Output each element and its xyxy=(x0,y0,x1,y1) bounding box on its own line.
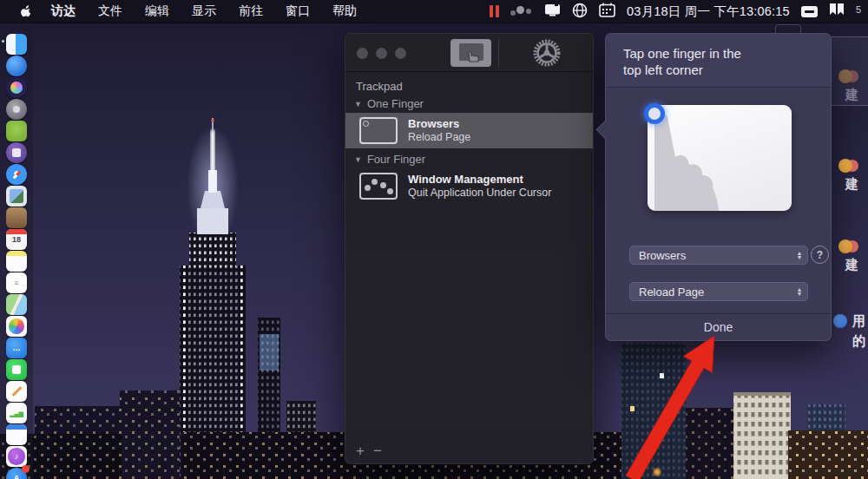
gesture-config-window: Trackpad ▼ One Finger Browsers Reload Pa… xyxy=(345,33,594,464)
dock-messages-icon[interactable]: … xyxy=(6,338,27,358)
preview-inner-shape xyxy=(10,189,23,203)
disk-utility-inner-shape xyxy=(12,148,21,157)
dock-finder-icon[interactable] xyxy=(6,34,27,55)
menu-item-3[interactable]: 显示 xyxy=(192,3,216,19)
dock-reminders-icon[interactable]: ≡ xyxy=(6,272,27,293)
toolbar-separator xyxy=(498,39,499,67)
dock-launchpad-icon[interactable] xyxy=(6,99,27,120)
dock-browser-globe-icon[interactable] xyxy=(6,56,27,76)
section-one-finger[interactable]: ▼ One Finger xyxy=(354,97,584,110)
blue-bullet-icon xyxy=(833,314,847,328)
menu-item-1[interactable]: 文件 xyxy=(98,3,122,19)
dock-notes-icon[interactable] xyxy=(6,251,27,272)
menu-left: 访达文件编辑显示前往窗口帮助 xyxy=(0,3,357,19)
dock-pages-icon[interactable] xyxy=(6,381,27,402)
input-source-icon[interactable] xyxy=(801,6,818,17)
note-text: 建 xyxy=(845,257,868,273)
orange-bullet-icon xyxy=(838,159,852,173)
bettertouchtool-icon[interactable] xyxy=(510,4,533,18)
dock-android-icon[interactable] xyxy=(6,121,27,141)
note-text: 的 xyxy=(852,333,865,350)
action-group-select[interactable]: Browsers ▲▼ xyxy=(629,246,808,265)
action-select[interactable]: Reload Page ▲▼ xyxy=(629,282,808,301)
gesture-subtitle: Quit Application Under Cursor xyxy=(408,187,551,200)
gesture-list: Trackpad ▼ One Finger Browsers Reload Pa… xyxy=(345,80,593,204)
dock-appstore-icon[interactable]: A xyxy=(6,468,27,479)
corner-count-badge: 5 xyxy=(856,4,861,15)
numbers-glyph: ▂▄▆ xyxy=(10,410,23,417)
settings-gear-button[interactable] xyxy=(529,36,564,70)
clock-date-text[interactable]: 03月18日 周一 下午13:06:15 xyxy=(627,3,790,20)
minimize-traffic-light[interactable] xyxy=(376,48,387,59)
gesture-row-window-management[interactable]: Window Management Quit Application Under… xyxy=(345,168,593,204)
disclosure-triangle-icon[interactable]: ▼ xyxy=(354,155,362,164)
gesture-title: Window Management xyxy=(408,173,551,187)
trackpad-illustration xyxy=(648,105,792,211)
dock: 18≡…▂▄▆♪A xyxy=(0,23,33,479)
dock-photos-icon[interactable] xyxy=(6,316,27,337)
dock-numbers-icon[interactable]: ▂▄▆ xyxy=(6,403,27,423)
note-item-3: 建 xyxy=(838,240,868,273)
display-icon[interactable] xyxy=(544,3,561,20)
pause-status-icon[interactable] xyxy=(490,5,499,17)
device-label: Trackpad xyxy=(356,80,582,93)
note-text: 用 xyxy=(852,314,865,328)
dock-safari-icon[interactable] xyxy=(6,164,27,185)
apple-menu-icon[interactable] xyxy=(19,4,32,19)
keynote-inner-shape xyxy=(6,424,27,430)
dock-facetime-icon[interactable] xyxy=(6,359,27,380)
select-stepper-icon: ▲▼ xyxy=(792,246,807,264)
done-button[interactable]: Done xyxy=(606,313,831,340)
dock-contacts-book-icon[interactable] xyxy=(6,207,27,228)
zoom-traffic-light[interactable] xyxy=(395,48,406,59)
section-four-finger[interactable]: ▼ Four Finger xyxy=(354,153,584,166)
four-finger-tap-icon xyxy=(359,173,398,200)
gesture-subtitle: Reload Page xyxy=(408,131,470,144)
selected-group: Browsers xyxy=(639,249,686,262)
hand-silhouette-icon xyxy=(648,105,792,211)
dock-keynote-icon[interactable] xyxy=(6,424,27,445)
help-button[interactable]: ? xyxy=(811,246,829,264)
close-traffic-light[interactable] xyxy=(357,48,368,59)
orange-bullet-icon xyxy=(838,240,852,253)
notification-badge xyxy=(22,465,30,473)
finder-running-indicator xyxy=(2,40,4,43)
menu-item-2[interactable]: 编辑 xyxy=(145,3,169,19)
trackpad-tool-button[interactable] xyxy=(450,39,491,67)
menu-item-0[interactable]: 访达 xyxy=(51,3,76,19)
dock-disk-utility-icon[interactable] xyxy=(6,142,27,163)
gesture-config-popover: Tap one finger in the top left corner Br… xyxy=(605,33,832,341)
menu-item-6[interactable]: 帮助 xyxy=(332,3,357,19)
dock-music-icon[interactable]: ♪ xyxy=(6,446,27,467)
instruction-line-2: top left corner xyxy=(623,62,813,78)
select-stepper-icon: ▲▼ xyxy=(792,283,807,300)
instruction-line-1: Tap one finger in the xyxy=(623,45,813,62)
dock-preview-icon[interactable] xyxy=(6,186,27,207)
gesture-title: Browsers xyxy=(408,117,470,131)
add-gesture-button[interactable]: + xyxy=(356,443,365,460)
remove-gesture-button[interactable]: − xyxy=(373,443,382,460)
menu-item-5[interactable]: 窗口 xyxy=(286,3,310,19)
dock-siri-icon[interactable] xyxy=(6,77,27,98)
disclosure-triangle-icon[interactable]: ▼ xyxy=(354,100,362,108)
calendar-icon[interactable] xyxy=(599,3,615,20)
facetime-inner-shape xyxy=(12,365,22,375)
menu-item-4[interactable]: 前往 xyxy=(239,3,263,19)
window-titlebar[interactable] xyxy=(345,34,593,72)
dock-calendar-icon[interactable]: 18 xyxy=(6,229,27,250)
section-label: Four Finger xyxy=(367,153,425,166)
calendar-glyph: 18 xyxy=(12,236,21,244)
reminders-glyph: ≡ xyxy=(14,279,18,287)
dock-maps-icon[interactable] xyxy=(6,294,27,315)
section-label: One Finger xyxy=(367,97,424,110)
menu-bar: 访达文件编辑显示前往窗口帮助 03月18日 周一 下午13:06:15 5 xyxy=(0,0,868,23)
bookmark-flags-icon[interactable] xyxy=(829,3,845,19)
note-text: 建 xyxy=(845,176,868,193)
safari-inner-shape xyxy=(12,170,21,179)
selected-action: Reload Page xyxy=(639,285,704,299)
one-finger-tap-icon xyxy=(359,117,398,144)
gesture-row-browsers[interactable]: Browsers Reload Page xyxy=(345,113,593,148)
appstore-glyph: A xyxy=(14,475,20,479)
globe-icon[interactable] xyxy=(572,3,588,21)
photos-inner-shape xyxy=(9,318,24,334)
